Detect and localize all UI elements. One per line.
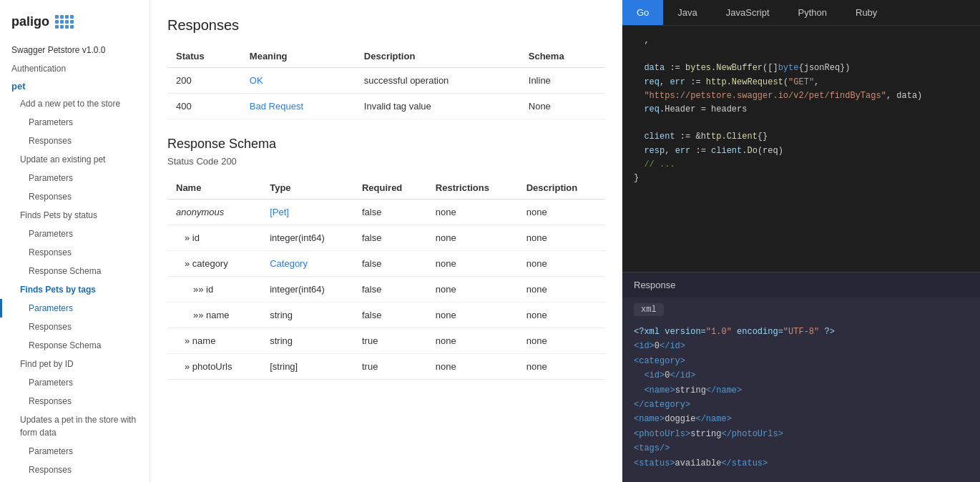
swagger-title: Swagger Petstore v1.0.0: [0, 41, 150, 59]
xml-line: </category>: [634, 398, 969, 412]
xml-badge[interactable]: xml: [634, 303, 664, 316]
table-row: » photoUrls [string] true none none: [167, 354, 605, 380]
meaning-bad-request[interactable]: Bad Request: [241, 94, 356, 119]
status-code-label: Status Code 200: [167, 156, 605, 167]
schema-type-pet[interactable]: [Pet]: [261, 200, 353, 225]
schema-name-photourls: » photoUrls: [167, 354, 261, 380]
code-line: req.Header = headers: [634, 103, 969, 117]
tab-java[interactable]: Java: [663, 0, 711, 25]
tab-python[interactable]: Python: [784, 0, 841, 25]
table-row: anonymous [Pet] false none none: [167, 200, 605, 225]
schema-col-description: Description: [518, 177, 605, 200]
xml-line: <category>: [634, 354, 969, 368]
meaning-ok[interactable]: OK: [241, 68, 356, 94]
schema-type-string-2: string: [261, 303, 353, 328]
sidebar-item-find-pet-id[interactable]: Find pet by ID: [0, 355, 150, 373]
col-status: Status: [167, 45, 241, 68]
schema-type-int64-2: integer(int64): [261, 277, 353, 303]
table-row: »» id integer(int64) false none none: [167, 277, 605, 303]
xml-line: <name>string</name>: [634, 383, 969, 398]
schema-type-category[interactable]: Category: [261, 251, 353, 277]
sidebar-item-upf-params[interactable]: Parameters: [0, 442, 150, 461]
sidebar-item-add-pet[interactable]: Add a new pet to the store: [0, 94, 150, 113]
code-line: // ...: [634, 158, 969, 172]
schema-restrict-3: none: [427, 277, 518, 303]
sidebar-item-update-pet-responses[interactable]: Responses: [0, 187, 150, 206]
code-line: data := bytes.NewBuffer([]byte{jsonReq}): [634, 62, 969, 75]
sidebar-item-fps-responses[interactable]: Responses: [0, 243, 150, 262]
schema-desc-2: none: [518, 251, 605, 277]
logo-grid-icon: [55, 15, 74, 29]
schema-required-6: true: [353, 354, 427, 380]
schema-required-4: false: [353, 303, 427, 328]
sidebar-item-fpt-responses[interactable]: Responses: [0, 318, 150, 336]
xml-line: <name>doggie</name>: [634, 412, 969, 426]
sidebar-item-deletes-pet[interactable]: Deletes a pet: [0, 479, 150, 482]
sidebar-item-finds-pets-tags[interactable]: Finds Pets by tags: [0, 280, 150, 299]
schema-inline: Inline: [520, 68, 605, 94]
code-tabs: Go Java JavaScript Python Ruby: [622, 0, 980, 26]
main-content: Responses Status Meaning Description Sch…: [150, 0, 622, 482]
tab-javascript[interactable]: JavaScript: [712, 0, 784, 25]
responses-title: Responses: [167, 17, 605, 34]
schema-desc-3: none: [518, 277, 605, 303]
schema-desc-1: none: [518, 225, 605, 251]
sidebar-item-upf-responses[interactable]: Responses: [0, 461, 150, 479]
code-line: "https://petstore.swagger.io/v2/pet/find…: [634, 89, 969, 103]
sidebar-item-fpid-params[interactable]: Parameters: [0, 373, 150, 392]
tab-go[interactable]: Go: [622, 0, 663, 25]
description-ok: successful operation: [356, 68, 520, 94]
col-meaning: Meaning: [241, 45, 356, 68]
sidebar-item-pet[interactable]: pet: [0, 78, 150, 94]
schema-restrict-1: none: [427, 225, 518, 251]
sidebar-item-finds-pets-status[interactable]: Finds Pets by status: [0, 206, 150, 225]
sidebar-item-add-pet-params[interactable]: Parameters: [0, 113, 150, 132]
schema-required-1: false: [353, 225, 427, 251]
sidebar-item-fpt-schema[interactable]: Response Schema: [0, 336, 150, 355]
schema-required-0: false: [353, 200, 427, 225]
schema-restrict-2: none: [427, 251, 518, 277]
schema-type-string-3: string: [261, 328, 353, 354]
right-panel: Go Java JavaScript Python Ruby , data :=…: [622, 0, 980, 482]
sidebar-item-fps-params[interactable]: Parameters: [0, 225, 150, 243]
logo-text: paligo: [11, 14, 49, 29]
schema-col-type: Type: [261, 177, 353, 200]
schema-name-anonymous: anonymous: [167, 200, 261, 225]
schema-name-name2: »» name: [167, 303, 261, 328]
sidebar-item-update-pet[interactable]: Update an existing pet: [0, 150, 150, 169]
schema-desc-5: none: [518, 328, 605, 354]
schema-restrict-5: none: [427, 328, 518, 354]
table-row: 400 Bad Request Invalid tag value None: [167, 94, 605, 119]
code-area[interactable]: , data := bytes.NewBuffer([]byte{jsonReq…: [622, 26, 980, 272]
sidebar-item-fpt-params[interactable]: Parameters: [0, 299, 150, 318]
code-line: client := &http.Client{}: [634, 130, 969, 144]
sidebar: paligo Swagger Petstore v1.0.0 Authentic…: [0, 0, 150, 482]
schema-type-string-arr: [string]: [261, 354, 353, 380]
col-description: Description: [356, 45, 520, 68]
sidebar-item-fpid-responses[interactable]: Responses: [0, 392, 150, 410]
schema-col-restrictions: Restrictions: [427, 177, 518, 200]
code-line: resp, err := client.Do(req): [634, 144, 969, 158]
xml-line: <?xml version="1.0" encoding="UTF-8" ?>: [634, 325, 969, 339]
description-bad-request: Invalid tag value: [356, 94, 520, 119]
table-row: »» name string false none none: [167, 303, 605, 328]
response-header: Response: [622, 272, 980, 297]
tab-ruby[interactable]: Ruby: [841, 0, 891, 25]
xml-line: <status>available</status>: [634, 456, 969, 471]
logo: paligo: [0, 9, 150, 41]
schema-required-2: false: [353, 251, 427, 277]
sidebar-item-updates-pet-form[interactable]: Updates a pet in the store with form dat…: [0, 410, 150, 442]
sidebar-item-fps-schema[interactable]: Response Schema: [0, 262, 150, 280]
table-row: 200 OK successful operation Inline: [167, 68, 605, 94]
sidebar-item-update-pet-params[interactable]: Parameters: [0, 169, 150, 187]
code-line: ,: [634, 34, 969, 48]
sidebar-item-add-pet-responses[interactable]: Responses: [0, 132, 150, 150]
sidebar-item-authentication[interactable]: Authentication: [0, 59, 150, 78]
schema-col-required: Required: [353, 177, 427, 200]
schema-name-id2: »» id: [167, 277, 261, 303]
table-row: » id integer(int64) false none none: [167, 225, 605, 251]
schema-name-name3: » name: [167, 328, 261, 354]
schema-desc-4: none: [518, 303, 605, 328]
table-row: » name string true none none: [167, 328, 605, 354]
code-line: req, err := http.NewRequest("GET",: [634, 76, 969, 89]
